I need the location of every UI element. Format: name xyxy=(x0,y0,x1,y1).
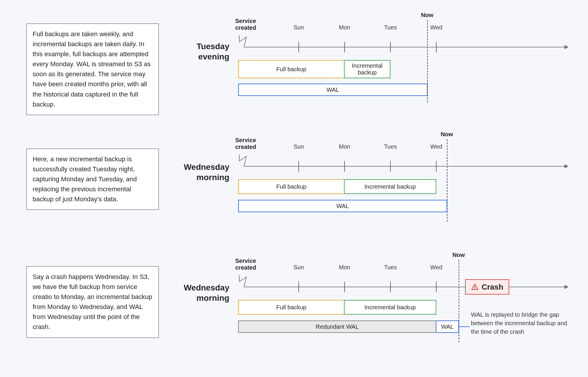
tick-tues-1 xyxy=(390,42,391,52)
tick-mon-3 xyxy=(344,282,345,292)
description-box-2: Here, a new incremental backup is succes… xyxy=(26,149,159,210)
full-backup-bar-3: Full backup xyxy=(238,300,345,315)
full-backup-bar-2: Full backup xyxy=(238,179,345,194)
tick-wed-3 xyxy=(436,282,437,292)
axis-arrow-1 xyxy=(564,45,569,49)
row-label-3: Wednesday morning xyxy=(173,283,229,303)
description-box-3: Say a crash happens Wednesday. In S3, we… xyxy=(26,266,159,338)
wal-bar-3: WAL xyxy=(436,320,459,333)
crash-box: Crash xyxy=(465,279,509,295)
row-label-2: Wednesday morning xyxy=(173,162,229,182)
wal-label-3: WAL xyxy=(441,323,454,330)
tick-mon-2 xyxy=(344,161,345,172)
tick-wed-1 xyxy=(436,42,437,52)
row-crash: Say a crash happens Wednesday. In S3, we… xyxy=(0,252,588,363)
wal-bar-1: WAL xyxy=(238,84,427,96)
service-created-label-1: Service created xyxy=(235,18,256,31)
tick-label-wed-1: Wed xyxy=(430,24,442,31)
wal-replay-note: WAL is replayed to bridge the gap betwee… xyxy=(471,310,568,336)
tick-label-mon-1: Mon xyxy=(339,24,350,31)
wal-label-1: WAL xyxy=(327,87,339,93)
row-wednesday-morning: Here, a new incremental backup is succes… xyxy=(0,131,588,228)
axis-arrow-2 xyxy=(564,164,569,168)
incremental-backup-label-1: Incremental backup xyxy=(352,62,383,76)
crash-label: Crash xyxy=(482,283,503,292)
tick-label-mon-2: Mon xyxy=(339,143,350,150)
service-created-zigzag-3 xyxy=(238,275,256,292)
full-backup-label-2: Full backup xyxy=(276,183,306,190)
full-backup-bar-1: Full backup xyxy=(238,60,345,78)
description-text-2: Here, a new incremental backup is succes… xyxy=(33,155,137,203)
tick-sun-2 xyxy=(298,161,299,172)
tick-label-sun-1: Sun xyxy=(293,24,304,31)
service-created-zigzag-1 xyxy=(238,35,256,52)
redundant-wal-bar: Redundant WAL xyxy=(238,320,436,333)
description-text-3: Say a crash happens Wednesday. In S3, we… xyxy=(33,273,152,331)
axis-line-1 xyxy=(253,47,565,47)
axis-arrow-3 xyxy=(564,285,569,289)
note-connector xyxy=(459,326,470,327)
tick-label-sun-3: Sun xyxy=(293,264,304,271)
axis-line-3a xyxy=(253,287,465,287)
service-created-label-2: Service created xyxy=(235,137,256,150)
incremental-backup-bar-2: Incremental backup xyxy=(344,179,436,194)
backup-timeline-diagram: Full backups are taken weekly, and incre… xyxy=(0,0,588,377)
tick-label-tues-3: Tues xyxy=(384,264,397,271)
tick-label-wed-3: Wed xyxy=(430,264,442,271)
warning-icon xyxy=(471,283,479,291)
wal-bar-2: WAL xyxy=(238,200,447,212)
tick-label-wed-2: Wed xyxy=(430,143,442,150)
tick-mon-1 xyxy=(344,42,345,52)
row-label-1: Tuesday evening xyxy=(173,41,229,62)
axis-line-3b xyxy=(509,287,565,287)
tick-wed-2 xyxy=(436,161,437,172)
service-created-zigzag-2 xyxy=(238,155,256,171)
tick-label-tues-2: Tues xyxy=(384,143,397,150)
redundant-wal-label: Redundant WAL xyxy=(316,323,359,330)
description-text-1: Full backups are taken weekly, and incre… xyxy=(33,30,151,108)
now-label-2: Now xyxy=(441,131,453,138)
tick-label-mon-3: Mon xyxy=(339,264,350,271)
tick-sun-1 xyxy=(298,42,299,52)
description-box-1: Full backups are taken weekly, and incre… xyxy=(26,24,159,115)
row-tuesday-evening: Full backups are taken weekly, and incre… xyxy=(0,12,588,109)
wal-replay-note-text: WAL is replayed to bridge the gap betwee… xyxy=(471,311,567,335)
now-label-3: Now xyxy=(452,252,465,258)
full-backup-label-3: Full backup xyxy=(276,304,306,311)
tick-tues-3 xyxy=(390,282,391,292)
incremental-backup-bar-1: Incremental backup xyxy=(344,60,390,78)
incremental-backup-label-2: Incremental backup xyxy=(365,183,416,190)
now-label-1: Now xyxy=(421,12,433,19)
svg-point-1 xyxy=(475,288,475,289)
tick-sun-3 xyxy=(298,282,299,292)
tick-tues-2 xyxy=(390,161,391,172)
tick-label-sun-2: Sun xyxy=(293,143,304,150)
incremental-backup-label-3: Incremental backup xyxy=(365,304,416,311)
tick-label-tues-1: Tues xyxy=(384,24,397,31)
full-backup-label-1: Full backup xyxy=(276,66,306,73)
service-created-label-3: Service created xyxy=(235,258,256,271)
axis-line-2 xyxy=(253,166,565,167)
incremental-backup-bar-3: Incremental backup xyxy=(344,300,436,315)
wal-label-2: WAL xyxy=(336,203,349,210)
